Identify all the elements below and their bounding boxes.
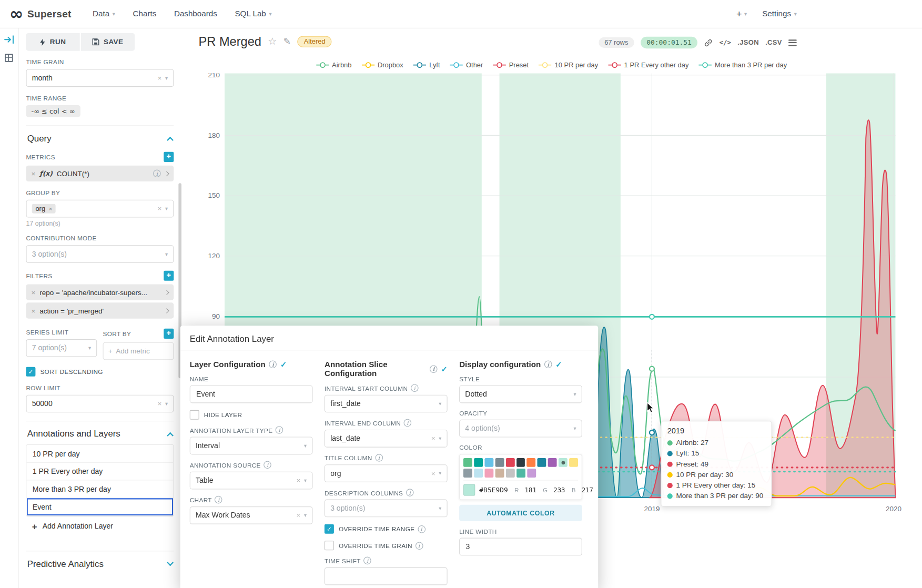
remove-metric-icon[interactable]: × (32, 169, 36, 178)
clear-icon[interactable]: × (157, 400, 161, 408)
export-json-button[interactable]: .JSON (737, 39, 758, 46)
legend-item[interactable]: Lyft (413, 62, 440, 68)
chevron-right-icon[interactable] (164, 308, 169, 313)
annotations-section-header[interactable]: Annotations and Layers (26, 421, 174, 440)
add-sort-metric-icon[interactable]: + (164, 329, 174, 339)
color-swatch[interactable] (569, 458, 578, 467)
color-swatch[interactable] (495, 458, 504, 467)
color-swatch[interactable] (495, 469, 504, 478)
collapse-panel-icon[interactable] (4, 34, 14, 45)
line-width-input[interactable]: 3 (459, 538, 582, 556)
legend-item[interactable]: More than 3 PR per day (699, 62, 787, 68)
legend-item[interactable]: Dropbox (362, 62, 403, 68)
clear-icon[interactable]: × (157, 74, 161, 82)
color-swatch[interactable] (474, 469, 483, 478)
row-limit-select[interactable]: 50000 ×▾ (26, 395, 174, 413)
color-swatch[interactable] (527, 469, 536, 478)
color-swatch[interactable] (516, 469, 525, 478)
clear-icon[interactable]: × (296, 477, 300, 485)
add-annotation-layer-button[interactable]: + Add Annotation Layer (26, 516, 174, 535)
query-section-header[interactable]: Query (26, 125, 174, 144)
edit-title-icon[interactable]: ✎ (283, 36, 291, 47)
chevron-right-icon[interactable] (164, 171, 169, 176)
chevron-right-icon[interactable] (164, 290, 169, 295)
legend-item[interactable]: Other (450, 62, 483, 68)
add-metric-icon[interactable]: + (164, 152, 174, 162)
opacity-select[interactable]: 4 option(s) ▾ (459, 420, 582, 438)
remove-filter-icon[interactable]: × (32, 288, 36, 297)
embed-code-icon[interactable]: </> (720, 39, 731, 47)
name-input[interactable]: Event (190, 386, 313, 403)
legend-item[interactable]: 10 PR per day (539, 62, 598, 68)
override-time-grain-checkbox[interactable]: ✓ (325, 541, 334, 550)
legend-item[interactable]: Airbnb (316, 62, 352, 68)
group-by-select[interactable]: org× ×▾ (26, 200, 174, 218)
nav-item-dashboards[interactable]: Dashboards (174, 9, 217, 18)
clear-icon[interactable]: × (431, 469, 435, 478)
color-swatch[interactable] (527, 458, 536, 467)
group-by-tag[interactable]: org× (32, 204, 56, 214)
remove-filter-icon[interactable]: × (32, 307, 36, 315)
g-value[interactable]: 233 (553, 486, 565, 494)
superset-logo[interactable]: ∞ Superset (9, 8, 72, 19)
legend-item[interactable]: 1 PR Every other day (608, 62, 688, 68)
filter-chip[interactable]: ×repo = 'apache/incubator-supers... (26, 285, 174, 300)
annotation-layer-row[interactable]: More than 3 PR per day (27, 481, 174, 499)
color-swatch[interactable] (474, 458, 483, 467)
share-link-icon[interactable] (704, 38, 713, 47)
color-swatch[interactable] (463, 458, 472, 467)
add-filter-icon[interactable]: + (164, 271, 174, 281)
more-menu-icon[interactable] (788, 39, 797, 46)
color-swatch[interactable] (538, 458, 546, 467)
nav-item-data[interactable]: Data▾ (93, 9, 115, 18)
predictive-section-header[interactable]: Predictive Analytics (26, 551, 174, 570)
series-limit-select[interactable]: 7 option(s) ▾ (26, 339, 97, 357)
nav-item-charts[interactable]: Charts (133, 9, 157, 18)
annotation-source-select[interactable]: Table ×▾ (190, 472, 313, 490)
style-select[interactable]: Dotted ▾ (459, 386, 582, 403)
title-column-select[interactable]: org ×▾ (325, 464, 448, 482)
time-range-chip[interactable]: -∞ ≤ col < ∞ (26, 105, 80, 117)
annotation-layer-row[interactable]: 10 PR per day (27, 445, 174, 463)
automatic-color-button[interactable]: AUTOMATIC COLOR (459, 505, 582, 521)
time-grain-select[interactable]: month ×▾ (26, 69, 174, 87)
description-columns-select[interactable]: 3 option(s) ▾ (325, 500, 448, 518)
override-time-range-checkbox[interactable]: ✓ (325, 524, 334, 534)
color-swatch[interactable] (516, 458, 525, 467)
chart-select[interactable]: Max Work Dates ×▾ (190, 506, 313, 524)
clear-icon[interactable]: × (431, 434, 435, 443)
color-swatch[interactable] (559, 458, 568, 467)
time-shift-input[interactable] (325, 567, 448, 585)
clear-icon[interactable]: × (296, 511, 300, 520)
color-swatch[interactable] (506, 469, 515, 478)
interval-start-select[interactable]: first_date ▾ (325, 395, 448, 413)
hex-value[interactable]: #B5E9D9 (479, 486, 508, 494)
legend-item[interactable]: Preset (493, 62, 529, 68)
settings-menu[interactable]: Settings▾ (762, 9, 797, 18)
annotation-layer-row[interactable]: 1 PR Every other day (27, 463, 174, 481)
sort-by-add-metric[interactable]: + Add metric (103, 342, 174, 360)
hide-layer-checkbox[interactable]: ✓ (190, 410, 199, 420)
annotation-layer-row[interactable]: Event (27, 498, 174, 516)
export-csv-button[interactable]: .CSV (765, 39, 782, 46)
dataset-grid-icon[interactable] (4, 53, 14, 64)
color-swatch[interactable] (484, 469, 493, 478)
remove-tag-icon[interactable]: × (49, 205, 53, 211)
color-swatch[interactable] (463, 469, 472, 478)
run-button[interactable]: RUN (26, 33, 79, 51)
color-swatch[interactable] (484, 458, 493, 467)
interval-end-select[interactable]: last_date ×▾ (325, 430, 448, 448)
b-value[interactable]: 217 (582, 486, 593, 494)
sort-descending-checkbox[interactable]: ✓ (26, 367, 35, 377)
filter-chip[interactable]: ×action = 'pr_merged' (26, 302, 174, 318)
color-swatch[interactable] (505, 458, 514, 467)
clear-icon[interactable]: × (157, 205, 161, 213)
r-value[interactable]: 181 (525, 486, 536, 494)
metric-chip[interactable]: × ƒ(x) COUNT(*) i (26, 166, 174, 181)
new-item-button[interactable]: +▾ (736, 8, 747, 19)
favorite-star-icon[interactable]: ☆ (268, 35, 277, 47)
nav-item-sql-lab[interactable]: SQL Lab▾ (235, 9, 271, 18)
annotation-layer-type-select[interactable]: Interval ▾ (190, 437, 313, 454)
contribution-mode-select[interactable]: 3 option(s) ▾ (26, 245, 174, 263)
save-button[interactable]: SAVE (81, 33, 135, 51)
